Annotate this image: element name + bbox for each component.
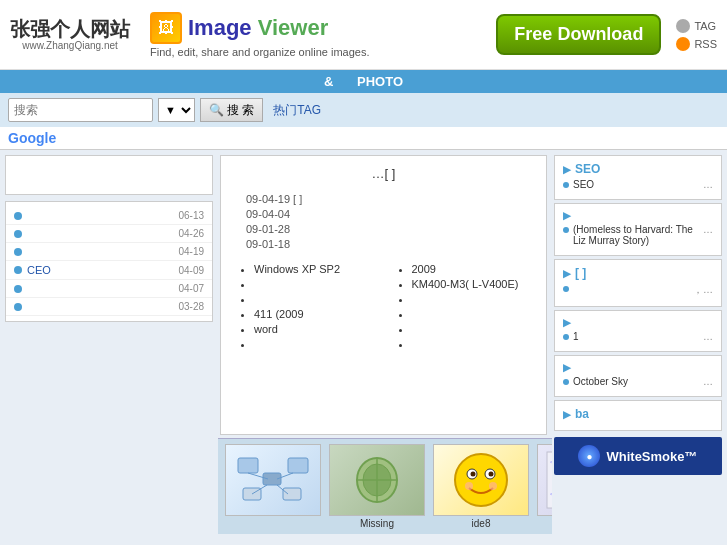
search-dropdown[interactable]: ▼: [158, 98, 195, 122]
arrow-icon: ▶: [563, 164, 571, 175]
site-logo: 张强个人网站 www.ZhangQiang.net: [10, 18, 130, 51]
right-sidebar: ▶ SEO SEO … ▶ (Homeless to Harvard: The …: [552, 150, 727, 534]
article-col-left: Windows XP SP2 411 (2009 word: [236, 260, 374, 353]
arrow-icon: ▶: [563, 409, 571, 420]
box-title-text: SEO: [575, 162, 600, 176]
svg-text:<html>: <html>: [550, 459, 552, 465]
search-button[interactable]: 🔍 搜 索: [200, 98, 263, 122]
site-url: www.ZhangQiang.net: [22, 40, 118, 51]
list-item: Windows XP SP2: [254, 263, 374, 275]
svg-point-19: [489, 482, 497, 490]
right-item-text: (Homeless to Harvard: The Liz Murray Sto…: [573, 224, 699, 246]
bullet-icon: [563, 182, 569, 188]
rss-link[interactable]: RSS: [694, 38, 717, 50]
viewer-word: Viewer: [252, 15, 329, 40]
main-layout: 06-13 04-26 04-19 CEO 04-09 04-07: [0, 150, 727, 534]
item-date: 04-09: [178, 265, 204, 276]
thumbnail-item[interactable]: [223, 444, 323, 529]
bullet-icon: [14, 248, 22, 256]
right-box-num: ▶ 1 …: [554, 310, 722, 352]
left-sidebar: 06-13 04-26 04-19 CEO 04-09 04-07: [0, 150, 218, 534]
list-item: [412, 323, 532, 335]
thumb-image: [329, 444, 425, 516]
right-item: October Sky …: [563, 376, 713, 387]
search-input[interactable]: [8, 98, 153, 122]
whitesmoke-logo: ●: [578, 445, 600, 467]
article-date-2: 09-01-28: [236, 223, 531, 235]
thumbnails-row: Missing ide8: [218, 438, 552, 534]
list-item: [254, 338, 374, 350]
right-item-text: 1: [573, 331, 699, 342]
google-logo: Google: [8, 130, 56, 146]
list-item: 411 (2009: [254, 308, 374, 320]
main-article: …[ ] 09-04-19 [ ] 09-04-04 09-01-28 09-0…: [220, 155, 547, 435]
bullet-icon: [14, 230, 22, 238]
tag-link[interactable]: TAG: [694, 20, 716, 32]
bullet-icon: [563, 227, 569, 233]
thumbnail-item[interactable]: ide8: [431, 444, 531, 529]
list-item: word: [254, 323, 374, 335]
list-item: 2009: [412, 263, 532, 275]
right-box-ba: ▶ ba: [554, 400, 722, 431]
list-item: [254, 278, 374, 290]
list-item: KM400-M3( L-V400E): [412, 278, 532, 290]
right-box-title: ▶ SEO: [563, 162, 713, 176]
right-item-text: SEO: [573, 179, 699, 190]
hot-tag-link[interactable]: 热门TAG: [273, 102, 321, 119]
search-button-label: 搜 索: [227, 102, 254, 119]
right-item: (Homeless to Harvard: The Liz Murray Sto…: [563, 224, 713, 246]
arrow-icon: ▶: [563, 317, 571, 328]
box-title-text: [ ]: [575, 266, 586, 280]
item-date: 04-19: [178, 246, 204, 257]
thumb-label: Missing: [360, 518, 394, 529]
item-date: 03-28: [178, 301, 204, 312]
free-download-button[interactable]: Free Download: [496, 14, 661, 55]
image-viewer-banner: 🖼 Image Viewer Find, edit, share and org…: [140, 12, 380, 58]
list-item: 04-19: [6, 243, 212, 261]
whitesmoke-label: WhiteSmoke™: [606, 449, 697, 464]
right-box-title: ▶: [563, 317, 713, 328]
svg-point-17: [489, 472, 494, 477]
article-date-0: 09-04-19 [ ]: [236, 193, 531, 205]
nav-ampersand: &: [324, 74, 333, 89]
right-box-title: ▶: [563, 210, 713, 221]
item-date: 06-13: [178, 210, 204, 221]
thumbnail-item[interactable]: <html> <body> <div> </body> </html>: [535, 444, 552, 529]
box-title-text: ba: [575, 407, 589, 421]
list-item: [412, 338, 532, 350]
arrow-icon: ▶: [563, 210, 571, 221]
thumb-image: <html> <body> <div> </body> </html>: [537, 444, 552, 516]
svg-point-16: [471, 472, 476, 477]
item-date: 04-26: [178, 228, 204, 239]
google-bar: Google: [0, 127, 727, 150]
bullet-icon: [14, 212, 22, 220]
thumb-label: ide8: [472, 518, 491, 529]
right-item: 1 …: [563, 331, 713, 342]
article-date-1: 09-04-04: [236, 208, 531, 220]
whitesmoke-box[interactable]: ● WhiteSmoke™: [554, 437, 722, 475]
list-item: 06-13: [6, 207, 212, 225]
right-box-title: ▶ [ ]: [563, 266, 713, 280]
right-item-meta: ，…: [693, 283, 713, 297]
arrow-icon: ▶: [563, 362, 571, 373]
header: 张强个人网站 www.ZhangQiang.net 🖼 Image Viewer…: [0, 0, 727, 70]
center-content: …[ ] 09-04-19 [ ] 09-04-04 09-01-28 09-0…: [218, 150, 552, 534]
search-bar: ▼ 🔍 搜 索 热门TAG: [0, 93, 727, 127]
sidebar-top-box: [5, 155, 213, 195]
right-box-homeless: ▶ (Homeless to Harvard: The Liz Murray S…: [554, 203, 722, 256]
image-word: Image: [188, 15, 252, 40]
search-icon: 🔍: [209, 103, 224, 117]
header-links: TAG RSS: [676, 19, 717, 51]
list-item: 04-26: [6, 225, 212, 243]
item-label[interactable]: CEO: [27, 264, 178, 276]
right-box-sky: ▶ October Sky …: [554, 355, 722, 397]
nav-photo[interactable]: PHOTO: [357, 74, 403, 89]
bullet-icon: [563, 334, 569, 340]
right-box-seo: ▶ SEO SEO …: [554, 155, 722, 200]
thumbnail-item[interactable]: Missing: [327, 444, 427, 529]
right-item-meta: …: [703, 224, 713, 235]
list-item: CEO 04-09: [6, 261, 212, 280]
image-viewer-icon: 🖼: [150, 12, 182, 44]
list-item: 03-28: [6, 298, 212, 316]
right-item-meta: …: [703, 179, 713, 190]
